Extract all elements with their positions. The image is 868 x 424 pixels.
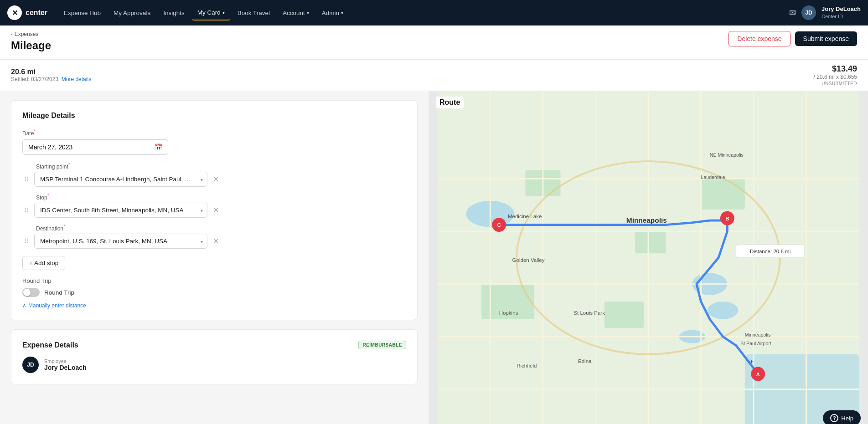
page-title: Mileage [11, 39, 51, 52]
employee-info: Employee Jory DeLoach [44, 358, 87, 371]
starting-point-label: Starting point* [36, 162, 406, 170]
stop-row: ⠿ IDS Center, South 8th Street, Minneapo… [22, 203, 406, 218]
svg-text:St Paul Airport: St Paul Airport [740, 341, 771, 346]
summary-amount: $13.49 [832, 64, 857, 74]
drag-handle-starting[interactable]: ⠿ [22, 174, 31, 185]
starting-point-select[interactable]: MSP Terminal 1 Concourse A-Lindbergh, Sa… [34, 172, 207, 187]
manually-enter-distance-link[interactable]: ∧ Manually enter distance [22, 302, 86, 309]
account-chevron-icon: ▾ [307, 10, 309, 15]
stop-label: Stop* [36, 193, 406, 201]
summary-formula: / 20.6 mi x $0.655 [814, 74, 857, 80]
nav-book-travel[interactable]: Book Travel [232, 6, 275, 20]
page-header-left: ‹ Expenses Mileage [11, 31, 51, 52]
nav-my-card[interactable]: My Card ▾ [192, 5, 230, 20]
svg-text:Minneapolis: Minneapolis [745, 332, 770, 337]
svg-text:Hopkins: Hopkins [499, 310, 518, 316]
logo[interactable]: ✕ center [7, 5, 47, 20]
add-stop-button[interactable]: + Add stop [22, 256, 65, 270]
svg-text:St Louis Park: St Louis Park [574, 310, 605, 316]
svg-text:Golden Valley: Golden Valley [512, 258, 545, 263]
left-panel: Mileage Details Date* 📅 Starting point* [0, 91, 429, 424]
submit-expense-button[interactable]: Submit expense [795, 31, 857, 46]
nav-my-approvals[interactable]: My Approvals [108, 6, 156, 20]
summary-settled: Settled: 03/27/2023 More details [11, 76, 91, 82]
expense-details-card: Expense Details REIMBURSABLE JD Employee… [11, 329, 418, 384]
stop-field: Stop* ⠿ IDS Center, South 8th Street, Mi… [22, 193, 406, 218]
destination-row: ⠿ Metropoint, U.S. 169, St. Louis Park, … [22, 234, 406, 249]
nav-user-id: Center ID [822, 13, 861, 20]
mileage-details-card: Mileage Details Date* 📅 Starting point* [11, 100, 418, 320]
main-layout: Mileage Details Date* 📅 Starting point* [0, 91, 868, 424]
summary-miles: 20.6 mi [11, 68, 91, 76]
svg-rect-10 [701, 179, 745, 209]
mileage-details-title: Mileage Details [22, 112, 406, 120]
drag-handle-stop[interactable]: ⠿ [22, 205, 31, 216]
svg-text:✈: ✈ [749, 358, 754, 365]
remove-starting-point-button[interactable]: ✕ [211, 173, 221, 185]
expense-details-header: Expense Details REIMBURSABLE [22, 341, 406, 349]
drag-handle-destination[interactable]: ⠿ [22, 236, 31, 247]
help-button[interactable]: ? Help [823, 410, 861, 424]
svg-text:A: A [756, 372, 760, 377]
nav-expense-hub[interactable]: Expense Hub [58, 6, 106, 20]
date-label: Date* [22, 129, 406, 137]
more-details-link[interactable]: More details [62, 76, 91, 82]
route-fields: Starting point* ⠿ MSP Terminal 1 Concour… [22, 162, 406, 249]
nav-right: ✉ JD Jory DeLoach Center ID [789, 5, 861, 20]
logo-x: ✕ [12, 9, 18, 17]
logo-text: center [26, 9, 47, 17]
summary-status-badge: UNSUBMITTED [822, 81, 857, 86]
help-icon: ? [830, 414, 838, 422]
destination-label: Destination* [36, 224, 406, 232]
stop-select[interactable]: IDS Center, South 8th Street, Minneapoli… [34, 203, 207, 218]
map-svg: Minneapolis Medicine Lake Golden Valley … [429, 91, 868, 424]
summary-right: $13.49 / 20.6 mi x $0.655 UNSUBMITTED [814, 64, 857, 86]
date-input-wrapper[interactable]: 📅 [22, 139, 168, 155]
round-trip-toggle-row: Round Trip [22, 288, 406, 297]
avatar[interactable]: JD [801, 5, 816, 20]
mail-icon[interactable]: ✉ [789, 8, 796, 18]
employee-name: Jory DeLoach [44, 364, 87, 371]
svg-text:C: C [497, 222, 501, 228]
page-header: ‹ Expenses Mileage Delete expense Submit… [0, 26, 868, 60]
svg-rect-8 [604, 301, 644, 328]
employee-avatar: JD [22, 357, 39, 373]
destination-select[interactable]: Metropoint, U.S. 169, St. Louis Park, MN… [34, 234, 207, 249]
delete-expense-button[interactable]: Delete expense [728, 31, 790, 46]
svg-text:B: B [725, 216, 729, 221]
svg-text:Richfield: Richfield [517, 363, 537, 368]
nav-user-name: Jory DeLoach [822, 5, 861, 13]
starting-point-row: ⠿ MSP Terminal 1 Concourse A-Lindbergh, … [22, 172, 406, 187]
svg-point-3 [708, 301, 738, 319]
reimbursable-badge: REIMBURSABLE [358, 341, 406, 349]
employee-label: Employee [44, 358, 87, 364]
svg-text:Distance: 20.6 mi: Distance: 20.6 mi [750, 249, 790, 254]
nav-user-info[interactable]: Jory DeLoach Center ID [822, 5, 861, 20]
nav-account[interactable]: Account ▾ [277, 6, 315, 20]
svg-text:Minneapolis: Minneapolis [626, 216, 667, 224]
summary-left: 20.6 mi Settled: 03/27/2023 More details [11, 68, 91, 82]
breadcrumb[interactable]: ‹ Expenses [11, 31, 51, 37]
toggle-knob [23, 289, 31, 296]
remove-destination-button[interactable]: ✕ [211, 235, 221, 247]
stop-select-wrap: IDS Center, South 8th Street, Minneapoli… [34, 203, 207, 218]
header-actions: Delete expense Submit expense [728, 31, 857, 46]
summary-bar: 20.6 mi Settled: 03/27/2023 More details… [0, 60, 868, 91]
svg-rect-7 [635, 231, 666, 253]
round-trip-toggle[interactable] [22, 288, 40, 297]
destination-select-wrap: Metropoint, U.S. 169, St. Louis Park, MN… [34, 234, 207, 249]
nav-insights[interactable]: Insights [158, 6, 190, 20]
employee-row: JD Employee Jory DeLoach [22, 357, 406, 373]
calendar-icon[interactable]: 📅 [155, 143, 162, 151]
help-label: Help [841, 415, 853, 422]
logo-icon: ✕ [7, 5, 22, 20]
breadcrumb-label: Expenses [15, 31, 39, 37]
date-input[interactable] [28, 143, 152, 151]
remove-stop-button[interactable]: ✕ [211, 204, 221, 216]
starting-point-select-wrap: MSP Terminal 1 Concourse A-Lindbergh, Sa… [34, 172, 207, 187]
svg-text:Lauderdale: Lauderdale [701, 174, 725, 180]
nav-admin[interactable]: Admin ▾ [316, 6, 349, 20]
my-card-chevron-icon: ▾ [222, 10, 225, 15]
date-field: Date* 📅 [22, 129, 406, 155]
round-trip-label: Round Trip [44, 289, 74, 296]
